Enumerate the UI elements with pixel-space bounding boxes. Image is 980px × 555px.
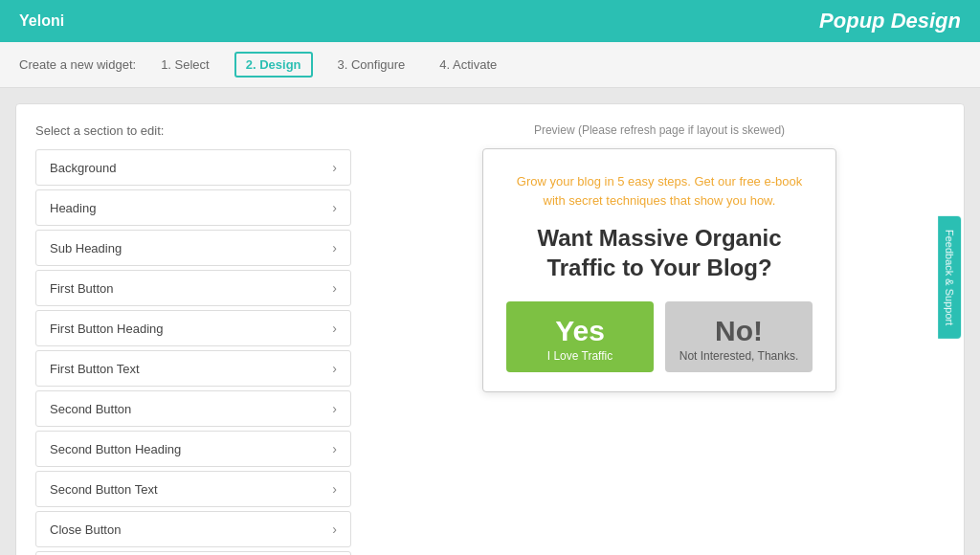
section-item-second-button-heading[interactable]: Second Button Heading› [35, 431, 351, 467]
no-button-main: No! [715, 317, 763, 345]
section-item-first-button-text[interactable]: First Button Text› [35, 350, 351, 387]
popup-heading: Want Massive Organic Traffic to Your Blo… [506, 223, 813, 282]
card: Select a section to edit: Background›Hea… [15, 103, 965, 555]
section-item-sub-heading[interactable]: Sub Heading› [35, 230, 351, 266]
no-button-sub: Not Interested, Thanks. [679, 349, 799, 363]
no-button[interactable]: No! Not Interested, Thanks. [665, 301, 813, 372]
section-item-close-button[interactable]: Close Button› [35, 511, 351, 547]
main-content: Select a section to edit: Background›Hea… [0, 88, 980, 555]
popup-subheading-text1: Grow your blog in 5 easy steps. Get our … [517, 174, 802, 189]
yes-button-main: Yes [555, 317, 605, 345]
popup-subheading: Grow your blog in 5 easy steps. Get our … [506, 172, 813, 210]
step-design[interactable]: 2. Design [234, 52, 313, 78]
section-item-first-button-heading[interactable]: First Button Heading› [35, 310, 351, 346]
section-item-first-button[interactable]: First Button› [35, 270, 351, 306]
step-configure[interactable]: 3. Configure [328, 54, 415, 76]
section-list: Background›Heading›Sub Heading›First But… [35, 149, 351, 555]
section-item-second-button[interactable]: Second Button› [35, 390, 351, 427]
brand-logo: Yeloni [19, 12, 64, 30]
feedback-tab[interactable]: Feedback & Support [938, 216, 961, 339]
yes-button[interactable]: Yes I Love Traffic [506, 301, 654, 372]
section-label: Select a section to edit: [35, 123, 351, 138]
left-panel: Select a section to edit: Background›Hea… [35, 123, 351, 555]
step-activate[interactable]: 4. Activate [430, 54, 506, 76]
page-title: Popup Design [819, 9, 961, 33]
popup-subheading-text2: secret techniques that show you how. [566, 193, 776, 208]
right-panel: Preview (Please refresh page if layout i… [374, 123, 945, 555]
step-bar: Create a new widget: 1. Select 2. Design… [0, 42, 980, 88]
section-item-heading[interactable]: Heading› [35, 189, 351, 226]
top-bar: Yeloni Popup Design [0, 0, 980, 42]
preview-label: Preview (Please refresh page if layout i… [534, 123, 785, 137]
section-item-custom-styling-(advanced)[interactable]: Custom Styling (Advanced)› [35, 551, 351, 555]
popup-preview: Grow your blog in 5 easy steps. Get our … [482, 148, 836, 392]
section-item-second-button-text[interactable]: Second Button Text› [35, 471, 351, 507]
step-bar-label: Create a new widget: [19, 57, 136, 72]
step-select[interactable]: 1. Select [151, 54, 219, 76]
popup-buttons: Yes I Love Traffic No! Not Interested, T… [506, 301, 813, 372]
popup-subheading-link: with [544, 193, 566, 208]
yes-button-sub: I Love Traffic [547, 349, 612, 363]
section-item-background[interactable]: Background› [35, 149, 351, 186]
